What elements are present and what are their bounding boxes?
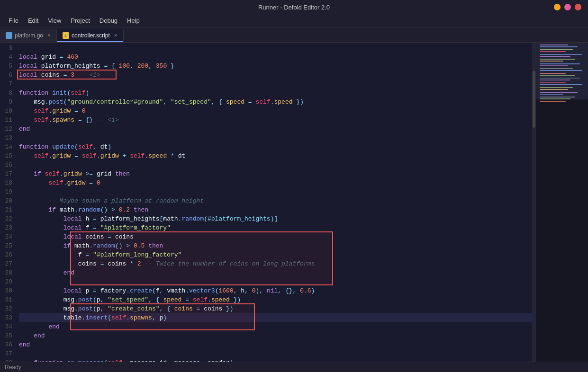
code-line-33: table.insert(self.spawns, p) bbox=[19, 313, 532, 322]
menu-debug[interactable]: Debug bbox=[96, 16, 121, 25]
code-content[interactable]: local grid = 460 local platform_heights … bbox=[17, 43, 532, 362]
status-text: Ready bbox=[5, 364, 21, 371]
code-line-34: end bbox=[19, 322, 532, 331]
code-line-6: local coins = 3 -- <1> bbox=[19, 71, 532, 80]
line-numbers: 3 4 5 6 7 8 9 10 11 12 13 14 15 16 17 18… bbox=[0, 43, 17, 362]
tab-controller-script-close[interactable]: × bbox=[114, 33, 118, 38]
code-line-31: msg.post(p, "set_speed", { speed = self.… bbox=[19, 295, 532, 304]
code-line-37 bbox=[19, 349, 532, 358]
code-line-28: end bbox=[19, 268, 532, 277]
window-controls bbox=[554, 4, 581, 10]
minimize-button[interactable] bbox=[554, 4, 561, 10]
code-line-36: end bbox=[19, 340, 532, 349]
editor-container: 3 4 5 6 7 8 9 10 11 12 13 14 15 16 17 18… bbox=[0, 43, 588, 362]
go-file-icon bbox=[6, 32, 12, 39]
code-line-25: if math.random() > 0.5 then bbox=[19, 241, 532, 250]
menu-help[interactable]: Help bbox=[123, 16, 144, 25]
code-line-20: -- Maybe spawn a platform at random heig… bbox=[19, 196, 532, 205]
code-line-5: local platform_heights = { 100, 200, 350… bbox=[19, 62, 532, 71]
code-line-38: function on_message(self, message_id, me… bbox=[19, 358, 532, 362]
window-title: Runner - Defold Editor 2.0 bbox=[258, 4, 330, 11]
code-area[interactable]: 3 4 5 6 7 8 9 10 11 12 13 14 15 16 17 18… bbox=[0, 43, 536, 362]
code-line-30: local p = factory.create(f, vmath.vector… bbox=[19, 286, 532, 295]
tab-controller-script[interactable]: S controller.script × bbox=[57, 29, 124, 42]
code-line-21: if math.random() > 0.2 then bbox=[19, 205, 532, 214]
code-line-32: msg.post(p, "create_coins", { coins = co… bbox=[19, 304, 532, 313]
vertical-scrollbar[interactable] bbox=[532, 43, 536, 362]
status-bar: Ready bbox=[0, 362, 588, 372]
menu-file[interactable]: File bbox=[5, 16, 22, 25]
minimap bbox=[536, 43, 588, 362]
svg-rect-28 bbox=[536, 43, 588, 99]
tab-controller-script-label: controller.script bbox=[72, 32, 110, 39]
code-line-19 bbox=[19, 187, 532, 196]
code-line-27: coins = coins * 2 -- Twice the number of… bbox=[19, 259, 532, 268]
code-line-13 bbox=[19, 133, 532, 142]
tab-platform-go-close[interactable]: × bbox=[47, 33, 51, 38]
code-line-29 bbox=[19, 277, 532, 286]
tabs-bar: platform.go × S controller.script × bbox=[0, 27, 588, 43]
tab-platform-go-label: platform.go bbox=[15, 32, 43, 39]
code-line-4: local grid = 460 bbox=[19, 53, 532, 62]
menu-project[interactable]: Project bbox=[67, 16, 93, 25]
code-line-14: function update(self, dt) bbox=[19, 142, 532, 151]
code-line-24: local coins = coins bbox=[19, 232, 532, 241]
code-line-10: self.gridw = 0 bbox=[19, 106, 532, 115]
code-line-8: function init(self) bbox=[19, 89, 532, 97]
menu-edit[interactable]: Edit bbox=[24, 16, 42, 25]
code-line-9: msg.post("ground/controller#ground", "se… bbox=[19, 97, 532, 106]
code-line-16 bbox=[19, 160, 532, 169]
menu-view[interactable]: View bbox=[44, 16, 65, 25]
close-button[interactable] bbox=[575, 4, 581, 10]
code-line-26: f = "#platform_long_factory" bbox=[19, 250, 532, 259]
svg-text:S: S bbox=[64, 34, 67, 37]
maximize-button[interactable] bbox=[564, 4, 571, 10]
code-line-35: end bbox=[19, 331, 532, 340]
code-line-17: if self.gridw >= grid then bbox=[19, 169, 532, 178]
code-line-22: local h = platform_heights[math.random(#… bbox=[19, 214, 532, 223]
code-line-15: self.gridw = self.gridw + self.speed * d… bbox=[19, 151, 532, 160]
code-line-11: self.spawns = {} -- <1> bbox=[19, 115, 532, 124]
code-line-18: self.gridw = 0 bbox=[19, 178, 532, 187]
svg-point-0 bbox=[7, 34, 11, 37]
menu-bar: File Edit View Project Debug Help bbox=[0, 14, 588, 27]
title-bar: Runner - Defold Editor 2.0 bbox=[0, 0, 588, 14]
script-file-icon: S bbox=[63, 32, 69, 39]
code-line-12: end bbox=[19, 124, 532, 133]
code-line-23: local f = "#platform_factory" bbox=[19, 223, 532, 232]
svg-rect-27 bbox=[540, 101, 566, 102]
scrollbar-thumb[interactable] bbox=[533, 71, 535, 128]
code-line-3 bbox=[19, 44, 532, 53]
minimap-canvas bbox=[536, 43, 588, 355]
tab-platform-go[interactable]: platform.go × bbox=[0, 29, 57, 42]
code-line-7 bbox=[19, 80, 532, 89]
